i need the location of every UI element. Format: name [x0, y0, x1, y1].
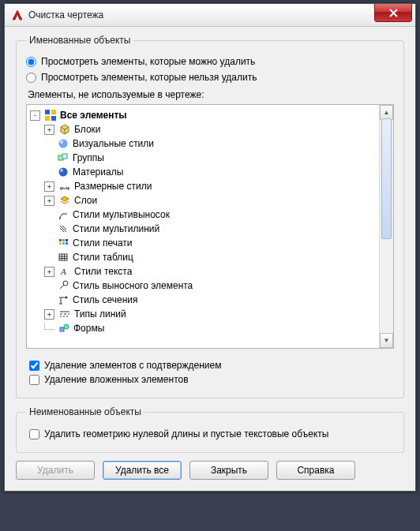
titlebar[interactable]: Очистка чертежа — [5, 4, 415, 27]
svg-rect-19 — [60, 327, 64, 331]
tree-item-label: Стиль сечения — [73, 294, 137, 305]
tree-connector-icon — [44, 323, 54, 330]
named-objects-group: Именованные объекты Просмотреть элементы… — [16, 35, 404, 398]
items-tree[interactable]: Все элементы Блоки Визуальные стили Груп… — [26, 104, 394, 349]
unnamed-objects-group: Неименованные объекты Удалить геометрию … — [16, 406, 404, 453]
tree-item-label: Стили таблиц — [73, 252, 133, 263]
radio-can-delete-input[interactable] — [26, 57, 36, 67]
svg-point-5 — [60, 140, 63, 144]
checkbox-nested-delete[interactable]: Удаление вложенных элементов — [26, 374, 394, 385]
section-icon — [57, 294, 69, 306]
sphere-icon — [57, 137, 69, 150]
tree-item-leader-style[interactable]: Стиль выносного элемента — [44, 279, 392, 293]
button-row: Удалить Удалить все Закрыть Справка — [16, 461, 404, 480]
tree-root-label: Все элементы — [60, 110, 127, 121]
svg-rect-11 — [62, 239, 65, 241]
tree-item-label: Блоки — [74, 124, 101, 135]
checkbox-confirm-input[interactable] — [29, 361, 39, 371]
tree-root[interactable]: Все элементы — [30, 108, 392, 122]
spacer-icon — [44, 168, 53, 177]
spacer-icon — [44, 140, 53, 148]
close-button[interactable] — [374, 4, 412, 22]
window-title: Очистка чертежа — [28, 9, 374, 21]
svg-rect-15 — [66, 242, 68, 245]
checkbox-zero-label: Удалить геометрию нулевой длины и пустые… — [44, 428, 328, 439]
svg-rect-10 — [59, 239, 62, 241]
tree-item-text-styles[interactable]: AСтили текста — [44, 264, 392, 279]
tree-item-mline-styles[interactable]: Стили мультилиний — [44, 222, 392, 236]
delete-all-button[interactable]: Удалить все — [103, 461, 182, 480]
svg-text:A: A — [60, 267, 66, 276]
plotstyle-icon — [57, 237, 69, 249]
expand-icon[interactable] — [44, 125, 54, 135]
scroll-down-button[interactable]: ▼ — [380, 333, 393, 348]
tree-item-label: Стиль выносного элемента — [73, 280, 193, 291]
tree-item-label: Стили печати — [73, 237, 133, 249]
tree-item-label: Стили мультилиний — [73, 223, 159, 234]
spacer-icon — [44, 282, 53, 290]
tree-item-layers[interactable]: Слои — [44, 193, 392, 208]
svg-point-8 — [59, 168, 68, 177]
named-objects-legend: Именованные объекты — [26, 35, 133, 46]
table-icon — [57, 251, 69, 264]
svg-rect-12 — [66, 239, 68, 241]
radio-can-delete[interactable]: Просмотреть элементы, которые можно удал… — [26, 56, 394, 67]
svg-rect-16 — [59, 254, 67, 260]
group-icon — [57, 151, 69, 164]
tree-item-shapes[interactable]: Формы — [44, 321, 392, 335]
tree-item-label: Формы — [73, 323, 104, 334]
expand-icon[interactable] — [44, 181, 54, 192]
svg-rect-2 — [45, 116, 50, 121]
unnamed-objects-legend: Неименованные объекты — [26, 406, 144, 417]
material-icon — [57, 166, 69, 178]
checkbox-confirm-delete[interactable]: Удаление элементов с подтверждением — [26, 360, 394, 371]
checkbox-zero-input[interactable] — [29, 429, 39, 439]
expand-icon[interactable] — [44, 196, 54, 206]
close-dialog-button[interactable]: Закрыть — [189, 461, 268, 480]
checkbox-zero-geometry[interactable]: Удалить геометрию нулевой длины и пустые… — [26, 428, 394, 439]
tree-item-label: Типы линий — [74, 309, 126, 320]
scroll-track[interactable] — [380, 118, 393, 335]
purge-dialog: Очистка чертежа Именованные объекты Прос… — [4, 3, 416, 492]
svg-point-4 — [59, 140, 68, 148]
radio-cannot-delete-label: Просмотреть элементы, которые нельзя уда… — [41, 72, 257, 83]
tree-item-section-style[interactable]: Стиль сечения — [44, 293, 392, 307]
spacer-icon — [44, 225, 53, 234]
tree-item-visual-styles[interactable]: Визуальные стили — [44, 136, 392, 151]
help-button[interactable]: Справка — [276, 461, 355, 480]
tree-item-mleader-styles[interactable]: Стили мультивыносок — [44, 208, 392, 222]
collapse-icon[interactable] — [30, 110, 40, 121]
spacer-icon — [44, 154, 53, 163]
tree-item-label: Размерные стили — [74, 181, 152, 192]
block-icon — [58, 123, 71, 136]
textstyle-icon: A — [58, 265, 71, 278]
tree-item-label: Стили мультивыносок — [73, 209, 170, 220]
shapes-icon — [58, 322, 70, 335]
scroll-thumb[interactable] — [381, 118, 392, 239]
tree-scrollbar[interactable]: ▲ ▼ — [379, 105, 393, 348]
delete-button[interactable]: Удалить — [16, 461, 95, 480]
tree-item-materials[interactable]: Материалы — [44, 165, 392, 179]
expand-icon[interactable] — [44, 267, 54, 277]
tree-label: Элементы, не используемые в чертеже: — [28, 89, 394, 100]
checkbox-nested-input[interactable] — [29, 375, 39, 385]
expand-icon[interactable] — [44, 309, 54, 320]
svg-rect-0 — [45, 110, 50, 114]
tree-item-plot-styles[interactable]: Стили печати — [44, 236, 392, 250]
tree-item-line-types[interactable]: Типы линий — [44, 307, 392, 321]
radio-cannot-delete-input[interactable] — [26, 73, 36, 83]
svg-rect-3 — [51, 116, 56, 121]
layers-icon — [58, 194, 71, 207]
tree-item-label: Визуальные стили — [73, 138, 154, 149]
tree-item-table-styles[interactable]: Стили таблиц — [44, 250, 392, 264]
linetype-icon — [58, 308, 71, 320]
svg-point-9 — [60, 169, 63, 172]
spacer-icon — [44, 239, 53, 248]
app-icon — [11, 9, 24, 21]
tree-item-dim-styles[interactable]: Размерные стили — [44, 179, 392, 193]
leader-icon — [57, 279, 69, 292]
tree-item-label: Слои — [74, 195, 97, 206]
tree-item-blocks[interactable]: Блоки — [44, 122, 392, 136]
tree-item-groups[interactable]: Группы — [44, 151, 392, 165]
radio-cannot-delete[interactable]: Просмотреть элементы, которые нельзя уда… — [26, 72, 394, 83]
